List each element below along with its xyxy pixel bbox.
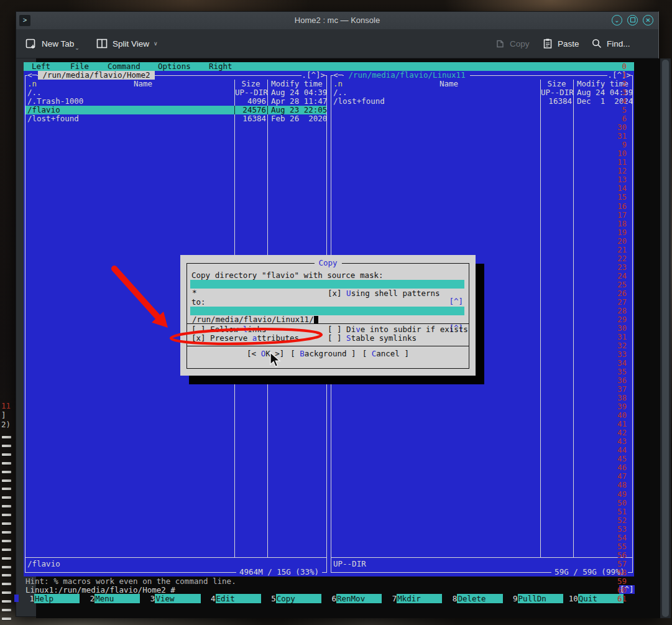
stray-row-number: 17 [603,211,627,220]
checkbox-dive-into-subdir[interactable]: [ ] Dive into subdir if exists [328,325,468,334]
fn-key-number: 1 [24,594,34,603]
column-header-name[interactable]: Name [393,80,505,88]
fn-key-delete[interactable]: Delete [457,594,502,603]
file-mtime: Aug 23 22:05 [271,106,327,114]
stray-row-number: 30 [603,123,627,132]
stray-row-number: 39 [603,402,627,411]
table-row[interactable]: /flavio [27,106,60,114]
destination-value: /run/media/flavio/Linux11/ [192,315,318,324]
source-mask-input[interactable]: * [^] [190,280,464,289]
column-header-name[interactable]: Name [87,80,199,88]
fn-key-number: 10 [568,594,578,603]
background-dash [2,514,11,516]
fn-key-edit[interactable]: Edit [216,594,261,603]
stray-row-number: 14 [603,184,627,193]
copy-button[interactable]: Copy [494,29,530,58]
background-dash [2,549,11,551]
split-view-icon [96,37,108,50]
stray-row-number: 55 [603,542,627,551]
paste-button[interactable]: Paste [542,29,579,58]
stray-row-number: 25 [603,280,627,289]
maximize-button[interactable] [627,15,638,25]
column-header-size[interactable]: Size [541,80,573,88]
background-button[interactable]: [ Background ] [290,349,356,358]
file-size: 4096 [235,97,266,106]
panel-corner-widget[interactable]: .[^]> [301,71,325,80]
table-row[interactable]: /.. [333,88,348,97]
stray-row-number: 30 [603,324,627,333]
table-row[interactable]: /.Trash-1000 [27,97,83,106]
split-view-button[interactable]: Split View ∨ [96,29,158,58]
search-icon [591,38,602,49]
fn-key-number: 5 [265,594,276,603]
stray-row-number: 23 [603,263,627,272]
table-row[interactable]: /.. [27,88,42,97]
input-history-icon[interactable]: [^] [449,297,463,306]
fn-key-mkdir[interactable]: Mkdir [397,594,442,603]
chevron-down-icon: ⌄ [75,45,80,51]
new-tab-button[interactable]: New Tab ⌄ [25,29,83,58]
checkbox-using-shell-patterns[interactable]: [x] Using shell patterns [328,289,440,298]
stray-row-number: 26 [603,289,627,298]
menu-item-left[interactable]: Left [32,62,50,71]
stray-row-number: 34 [603,359,627,368]
titlebar[interactable]: > Home2 : mc — Konsole ⌄ ✕ [16,12,658,29]
destination-input[interactable]: /run/media/flavio/Linux11/ [^] [190,307,464,315]
fn-key-help[interactable]: Help [34,594,80,603]
menu-item-file[interactable]: File [70,62,89,71]
panel-path[interactable]: /run/media/flavio/Linux11 [344,71,470,80]
find-button[interactable]: Find... [591,29,630,58]
column-header-size[interactable]: Size [235,80,267,88]
panel-path[interactable]: /run/media/flavio/Home2 [38,71,155,80]
checkbox-preserve-attributes[interactable]: [x] Preserve attributes [191,334,299,343]
cancel-button[interactable]: [ Cancel ] [362,349,409,358]
stray-row-number: 60 [603,586,627,595]
background-dash [2,488,11,490]
background-dash [2,591,11,594]
background-text-fragment: 2) [1,420,11,429]
menu-item-options[interactable]: Options [158,62,191,71]
fn-key-menu[interactable]: Menu [94,594,140,603]
scrollbar-handle[interactable] [662,60,669,617]
command-prompt[interactable]: Linux1:/run/media/flavio/Home2 # [25,586,175,595]
minimize-button[interactable]: ⌄ [612,15,622,25]
background-dash [2,531,11,534]
file-mtime: Feb 26 2020 [271,114,327,123]
table-row[interactable]: /lost+found [27,114,79,123]
fn-key-view[interactable]: View [155,594,200,603]
column-separator [540,80,541,557]
ok-button[interactable]: [< OK >] [247,349,284,358]
fn-key-number: 8 [446,594,457,603]
stray-row-number: 24 [603,272,627,280]
sort-indicator[interactable]: .n [27,80,37,88]
checkbox-stable-symlinks[interactable]: [ ] Stable symlinks [328,334,417,343]
new-tab-icon [25,37,37,50]
dialog-title: Copy [314,259,341,267]
panel-corner: <─ [333,71,343,80]
menu-item-right[interactable]: Right [209,62,232,71]
stray-row-number: 48 [603,481,627,489]
background-dash [2,522,11,525]
sort-indicator[interactable]: .n [333,80,343,88]
to-label: to: [191,298,206,307]
fn-key-pulldn[interactable]: PullDn [518,594,563,603]
scrollbar[interactable] [660,58,671,618]
disk-usage: 4964M / 15G (33%) [236,568,322,576]
stray-row-number: 52 [603,516,627,525]
fn-key-number: 2 [84,594,94,603]
menu-item-command[interactable]: Command [108,62,140,71]
close-button[interactable]: ✕ [643,15,653,25]
fn-key-copy[interactable]: Copy [276,594,321,603]
fn-key-renmov[interactable]: RenMov [336,594,382,603]
column-header-mtime[interactable]: Modify time [271,80,323,88]
split-view-label: Split View [113,39,149,49]
stray-row-number: 1 [603,71,627,80]
background-dash [2,453,11,456]
stray-row-number: 21 [603,246,627,254]
fn-key-number: 4 [205,594,216,603]
window-title: Home2 : mc — Konsole [16,16,658,25]
stray-row-number: 38 [603,394,627,402]
table-row[interactable]: /lost+found [333,97,385,106]
stray-row-number: 36 [603,376,627,385]
checkbox-follow-links[interactable]: [ ] Follow links [191,325,266,334]
